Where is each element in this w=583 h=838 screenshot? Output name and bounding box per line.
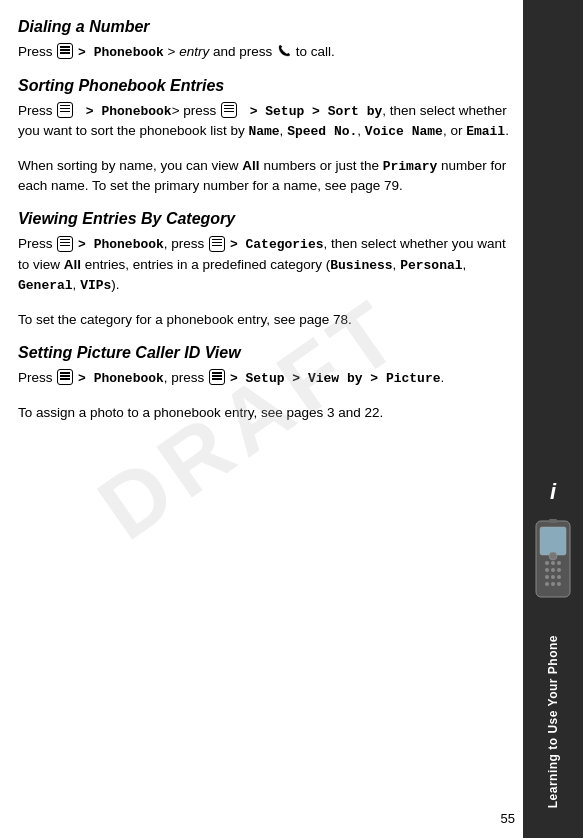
svg-point-12 [545, 582, 549, 586]
section-title-viewing: Viewing Entries By Category [18, 210, 520, 228]
viewing-phonebook: > Phonebook [78, 237, 164, 252]
svg-rect-2 [549, 519, 557, 523]
svg-point-9 [545, 575, 549, 579]
section-title-picture: Setting Picture Caller ID View [18, 344, 520, 362]
cat-vips: VIPs [80, 278, 111, 293]
all-text-2: All [64, 257, 81, 272]
sort-voice: Voice Name [365, 124, 443, 139]
menu-icon-3 [221, 102, 237, 118]
svg-point-10 [551, 575, 555, 579]
section-picture: Setting Picture Caller ID View Press > P… [18, 344, 520, 423]
sort-name: Name [248, 124, 279, 139]
page-number: 55 [501, 811, 515, 826]
svg-point-14 [557, 582, 561, 586]
section-viewing: Viewing Entries By Category Press > Phon… [18, 210, 520, 330]
cat-general: General [18, 278, 73, 293]
viewing-paragraph-2: To set the category for a phonebook entr… [18, 310, 520, 330]
sorting-paragraph-1: Press > Phonebook> press > Setup > Sort … [18, 101, 520, 142]
svg-point-6 [545, 568, 549, 572]
viewing-paragraph-1: Press > Phonebook, press > Categories, t… [18, 234, 520, 296]
cat-personal: Personal [400, 258, 462, 273]
menu-icon-5 [209, 236, 225, 252]
main-content: Dialing a Number Press > Phonebook > ent… [0, 0, 540, 838]
info-icon: i [550, 479, 556, 505]
sort-email: Email [466, 124, 505, 139]
svg-point-11 [557, 575, 561, 579]
menu-icon-6 [57, 369, 73, 385]
sorting-phonebook: > Phonebook [78, 104, 172, 119]
svg-point-7 [551, 568, 555, 572]
phone-illustration [531, 519, 575, 599]
sorting-paragraph-2: When sorting by name, you can view All n… [18, 156, 520, 197]
sidebar: i Learning to Use Your Phone [523, 0, 583, 838]
primary-text: Primary [383, 159, 438, 174]
section-title-sorting: Sorting Phonebook Entries [18, 77, 520, 95]
picture-phonebook: > Phonebook [78, 371, 164, 386]
svg-point-3 [545, 561, 549, 565]
dialing-paragraph: Press > Phonebook > entry and press to c… [18, 42, 520, 63]
sort-speed: Speed No. [287, 124, 357, 139]
sidebar-label: Learning to Use Your Phone [546, 635, 560, 808]
picture-setup: > Setup > View by > Picture [230, 371, 441, 386]
menu-icon-4 [57, 236, 73, 252]
phonebook-link-1: > Phonebook [78, 45, 164, 60]
svg-rect-1 [540, 527, 566, 555]
menu-icon-1 [57, 43, 73, 59]
svg-point-4 [551, 561, 555, 565]
section-sorting: Sorting Phonebook Entries Press > Phoneb… [18, 77, 520, 197]
entry-text: entry [179, 44, 209, 59]
svg-point-15 [549, 552, 557, 560]
section-title-dialing: Dialing a Number [18, 18, 520, 36]
all-text-1: All [242, 158, 259, 173]
menu-icon-2 [57, 102, 73, 118]
section-dialing: Dialing a Number Press > Phonebook > ent… [18, 18, 520, 63]
info-icon-box: i [534, 473, 572, 511]
call-icon-1 [277, 44, 291, 58]
viewing-categories: > Categories [230, 237, 324, 252]
menu-icon-7 [209, 369, 225, 385]
picture-paragraph-1: Press > Phonebook, press > Setup > View … [18, 368, 520, 389]
sorting-setup: > Setup > Sort by [242, 104, 382, 119]
svg-point-13 [551, 582, 555, 586]
svg-point-5 [557, 561, 561, 565]
svg-point-8 [557, 568, 561, 572]
picture-paragraph-2: To assign a photo to a phonebook entry, … [18, 403, 520, 423]
cat-business: Business [330, 258, 392, 273]
